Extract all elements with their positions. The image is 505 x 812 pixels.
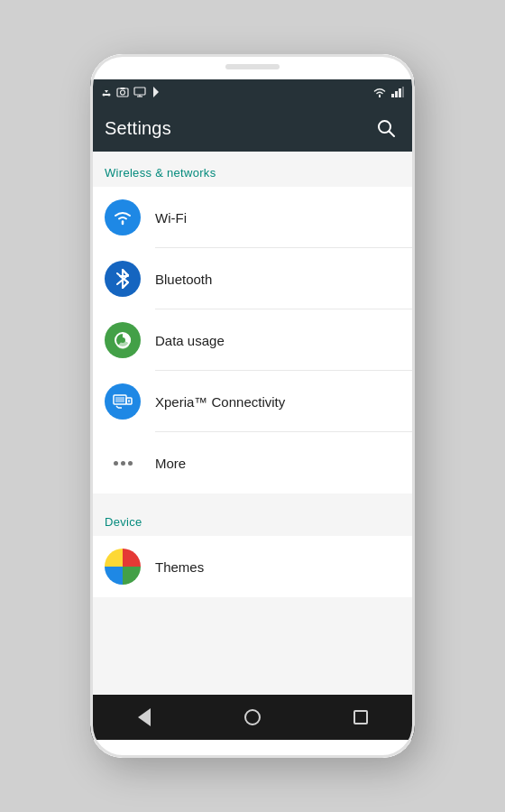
photo-icon — [116, 87, 129, 97]
wifi-icon-circle — [105, 199, 141, 235]
settings-item-wifi[interactable]: Wi-Fi — [90, 187, 415, 248]
home-icon — [244, 709, 261, 725]
nfc-icon — [151, 86, 161, 98]
svg-point-0 — [103, 94, 106, 97]
settings-item-bluetooth[interactable]: Bluetooth — [90, 248, 415, 309]
svg-rect-17 — [115, 397, 124, 402]
search-icon — [376, 118, 396, 138]
data-usage-label: Data usage — [155, 333, 225, 348]
xperia-icon-circle — [105, 383, 141, 420]
svg-rect-8 — [391, 94, 394, 97]
wifi-status-icon — [372, 87, 387, 97]
wireless-card: Wi-Fi Bluetooth — [90, 187, 415, 494]
wifi-label: Wi-Fi — [155, 210, 187, 226]
status-icons-right — [372, 87, 404, 97]
xperia-label: Xperia™ Connectivity — [155, 394, 285, 410]
search-button[interactable] — [372, 114, 400, 143]
themes-label: Themes — [155, 559, 204, 575]
settings-item-themes[interactable]: Themes — [90, 536, 415, 597]
top-bezel — [90, 54, 415, 79]
signal-icon — [391, 87, 404, 97]
settings-item-data[interactable]: Data usage — [90, 309, 415, 371]
section-header-wireless: Wireless & networks — [90, 152, 415, 187]
wifi-icon — [113, 209, 133, 226]
svg-rect-10 — [399, 88, 401, 97]
svg-line-20 — [116, 406, 118, 408]
phone-screen: Settings Wireless & networks — [90, 79, 415, 740]
three-dots-icon — [114, 461, 133, 466]
section-divider — [90, 494, 415, 501]
speaker-grill — [225, 64, 280, 69]
bluetooth-icon — [115, 269, 130, 289]
more-label: More — [155, 456, 186, 471]
usb-icon — [101, 86, 112, 98]
app-bar: Settings — [90, 105, 415, 152]
xperia-icon — [113, 392, 133, 411]
nav-bar — [90, 695, 415, 740]
phone-frame: Settings Wireless & networks — [90, 54, 415, 758]
svg-rect-11 — [402, 87, 404, 97]
more-icon-circle — [105, 445, 141, 481]
settings-content: Wireless & networks Wi-Fi — [90, 152, 415, 695]
data-usage-icon — [113, 330, 133, 350]
svg-rect-9 — [395, 91, 398, 97]
svg-rect-4 — [121, 88, 125, 89]
dot3 — [128, 461, 133, 466]
svg-line-13 — [390, 132, 395, 137]
dot2 — [121, 461, 125, 466]
svg-rect-19 — [128, 400, 130, 402]
themes-icon-circle — [105, 549, 141, 585]
svg-point-3 — [121, 90, 125, 95]
settings-item-more[interactable]: More — [90, 432, 415, 494]
device-card: Themes — [90, 536, 415, 597]
recent-apps-button[interactable] — [343, 699, 379, 735]
back-button[interactable] — [126, 699, 162, 735]
svg-rect-2 — [117, 88, 128, 97]
section-header-device: Device — [90, 501, 415, 536]
bluetooth-icon-circle — [105, 261, 141, 297]
dot1 — [114, 461, 118, 466]
status-bar — [90, 79, 415, 105]
bluetooth-label: Bluetooth — [155, 272, 212, 287]
recent-apps-icon — [354, 710, 368, 724]
screen-icon — [133, 87, 146, 97]
data-icon-circle — [105, 322, 141, 358]
svg-point-15 — [120, 337, 125, 343]
bottom-bezel — [90, 740, 415, 758]
svg-point-1 — [108, 94, 111, 97]
svg-rect-5 — [134, 88, 145, 95]
page-title: Settings — [105, 118, 171, 139]
settings-item-xperia[interactable]: Xperia™ Connectivity — [90, 371, 415, 432]
home-button[interactable] — [234, 699, 271, 735]
status-icons-left — [101, 86, 161, 98]
back-icon — [138, 708, 151, 726]
